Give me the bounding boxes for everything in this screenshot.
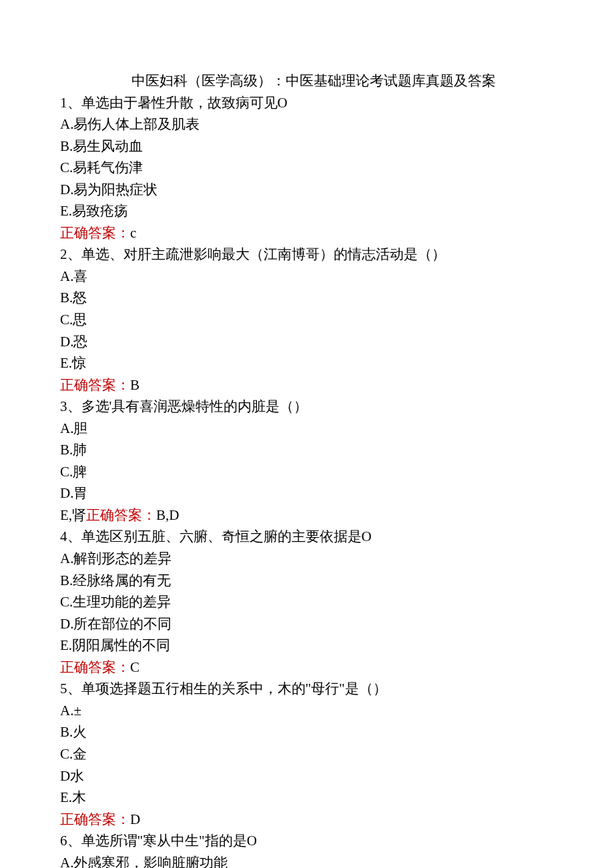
answer-label: 正确答案： [60, 377, 130, 393]
answer-value: D [130, 811, 140, 827]
option-c: C.脾 [60, 461, 554, 483]
answer-line-inline: E,肾正确答案：B,D [60, 504, 554, 526]
option-a: A.外感寒邪，影响脏腑功能 [60, 852, 554, 868]
answer-label: 正确答案： [86, 507, 156, 523]
answer-label: 正确答案： [60, 225, 130, 241]
question-stem: 1、单选由于暑性升散，故致病可见O [60, 92, 554, 114]
question-stem: 3、多选'具有喜润恶燥特性的内脏是（） [60, 396, 554, 418]
option-b: B.易生风动血 [60, 135, 554, 157]
option-a: A.解剖形态的差异 [60, 548, 554, 570]
option-d: D.所在部位的不同 [60, 613, 554, 635]
question-4: 4、单选区别五脏、六腑、奇恒之腑的主要依据是O A.解剖形态的差异 B.经脉络属… [60, 526, 554, 678]
document-title: 中医妇科（医学高级）：中医基础理论考试题库真题及答案 [60, 70, 554, 92]
option-e: E.木 [60, 787, 554, 809]
question-stem: 5、单项选择题五行相生的关系中，木的"母行"是（） [60, 678, 554, 700]
option-d: D.恐 [60, 331, 554, 353]
answer-label: 正确答案： [60, 811, 130, 827]
question-6: 6、单选所谓"寒从中生"指的是O A.外感寒邪，影响脏腑功能 B.寒邪直中脏腑 [60, 830, 554, 868]
option-b: B.怒 [60, 287, 554, 309]
answer-value: B,D [156, 507, 179, 523]
option-a: A.± [60, 700, 554, 722]
option-e: E.惊 [60, 352, 554, 374]
question-2: 2、单选、对肝主疏泄影响最大（江南博哥）的情志活动是（） A.喜 B.怒 C.思… [60, 244, 554, 396]
answer-line: 正确答案：C [60, 657, 554, 679]
option-c: C.生理功能的差异 [60, 591, 554, 613]
option-c: C.易耗气伤津 [60, 157, 554, 179]
answer-line: 正确答案：B [60, 374, 554, 396]
option-d: D.易为阳热症状 [60, 179, 554, 201]
answer-value: C [130, 659, 139, 675]
option-b: B.经脉络属的有无 [60, 570, 554, 592]
question-3: 3、多选'具有喜润恶燥特性的内脏是（） A.胆 B.肺 C.脾 D.胃 E,肾正… [60, 396, 554, 526]
option-a: A.喜 [60, 266, 554, 288]
answer-label: 正确答案： [60, 659, 130, 675]
option-a: A.胆 [60, 418, 554, 440]
option-e-inline: E,肾 [60, 507, 86, 523]
question-1: 1、单选由于暑性升散，故致病可见O A.易伤人体上部及肌表 B.易生风动血 C.… [60, 92, 554, 244]
answer-value: B [130, 377, 139, 393]
answer-line: 正确答案：c [60, 222, 554, 244]
question-stem: 6、单选所谓"寒从中生"指的是O [60, 830, 554, 852]
option-e: E.阴阳属性的不同 [60, 634, 554, 657]
option-e: E.易致疮疡 [60, 200, 554, 222]
option-d: D水 [60, 765, 554, 787]
option-c: C.金 [60, 743, 554, 765]
option-b: B.火 [60, 721, 554, 743]
question-stem: 4、单选区别五脏、六腑、奇恒之腑的主要依据是O [60, 526, 554, 548]
option-d: D.胃 [60, 482, 554, 504]
answer-value: c [130, 225, 136, 241]
option-b: B.肺 [60, 439, 554, 461]
answer-line: 正确答案：D [60, 809, 554, 831]
question-stem: 2、单选、对肝主疏泄影响最大（江南博哥）的情志活动是（） [60, 244, 554, 266]
question-5: 5、单项选择题五行相生的关系中，木的"母行"是（） A.± B.火 C.金 D水… [60, 678, 554, 830]
option-c: C.思 [60, 309, 554, 331]
option-a: A.易伤人体上部及肌表 [60, 113, 554, 135]
